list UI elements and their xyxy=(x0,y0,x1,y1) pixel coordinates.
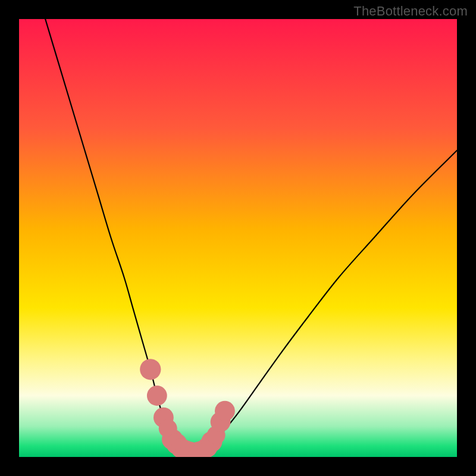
curve-marker xyxy=(140,359,161,380)
chart-background xyxy=(19,19,457,457)
chart-plot-area xyxy=(19,19,457,457)
watermark-text: TheBottleneck.com xyxy=(353,4,468,19)
curve-marker xyxy=(147,386,167,406)
curve-marker xyxy=(215,401,235,421)
chart-frame: TheBottleneck.com xyxy=(0,0,476,476)
chart-svg xyxy=(19,19,457,457)
